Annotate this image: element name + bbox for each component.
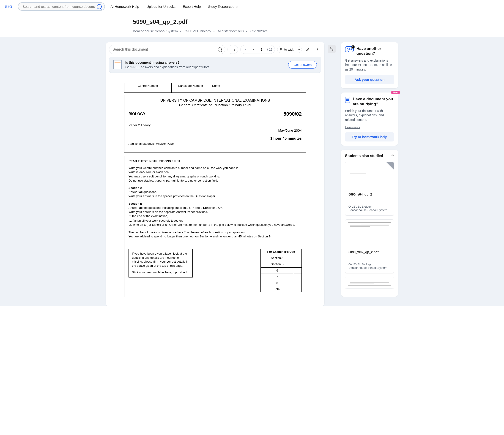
get-answers-button[interactable]: Get answers bbox=[288, 61, 317, 69]
document-search-input[interactable] bbox=[112, 47, 218, 52]
nav-upload[interactable]: Upload for Unlocks bbox=[146, 5, 175, 9]
materials: Additional Materials: Answer Paper bbox=[128, 142, 302, 145]
pencil-icon bbox=[306, 47, 310, 52]
also-studied-header[interactable]: Students also studied bbox=[345, 154, 394, 158]
fullscreen-group bbox=[227, 45, 238, 54]
name-cell: Name bbox=[210, 83, 306, 93]
expand-icon bbox=[231, 48, 234, 51]
document-title: 5090_s04_qp_2.pdf bbox=[133, 18, 371, 26]
main-layout: / 12 Fit to width Is this document missi… bbox=[0, 37, 504, 306]
banner-subtitle: Get FREE answers and explanations from o… bbox=[125, 65, 285, 69]
meta-course[interactable]: O-LEVEL Biology bbox=[184, 29, 211, 33]
nav-resources[interactable]: Study Resources bbox=[208, 5, 237, 9]
thumbnail bbox=[345, 277, 394, 289]
annotate-button[interactable] bbox=[304, 46, 312, 53]
page-total: / 12 bbox=[267, 48, 272, 51]
ai-card: New Have a document you are studying? En… bbox=[341, 92, 398, 145]
chevron-down-icon bbox=[235, 5, 238, 8]
instructions-box: READ THESE INSTRUCTIONS FIRST Write your… bbox=[124, 156, 306, 297]
more-icon bbox=[317, 48, 318, 51]
paper-code: 5090/02 bbox=[283, 111, 302, 117]
exam-info-box: UNIVERSITY OF CAMBRIDGE INTERNATIONAL EX… bbox=[124, 95, 306, 152]
learn-more-link[interactable]: Learn more bbox=[345, 125, 394, 129]
paper-line: Paper 2 Theory bbox=[128, 124, 302, 127]
examiner-use-table: For Examiner's Use Section A Section B 6… bbox=[261, 249, 302, 292]
related-doc-item[interactable]: 5090_s04_qp_2 O-LEVEL Biology Beaconhous… bbox=[345, 162, 394, 216]
document-search[interactable] bbox=[109, 45, 225, 54]
missing-answers-banner: Is this document missing answers? Get FR… bbox=[109, 57, 321, 73]
nav-expert[interactable]: Expert Help bbox=[183, 5, 201, 9]
also-studied-card: Students also studied 5090_s04_qp_2 O-LE… bbox=[341, 150, 398, 297]
exam-date: May/June 2004 bbox=[128, 128, 302, 132]
duration: 1 hour 45 minutes bbox=[128, 136, 302, 141]
document-meta: Beaconhouse School System• O-LEVEL Biolo… bbox=[133, 29, 371, 33]
university-line: UNIVERSITY OF CAMBRIDGE INTERNATIONAL EX… bbox=[128, 98, 302, 103]
chevron-down-icon bbox=[297, 48, 300, 50]
expand-panel-button[interactable] bbox=[328, 45, 336, 53]
document-page: Centre Number Candidate Number Name UNIV… bbox=[106, 76, 324, 306]
try-ai-button[interactable]: Try AI homework help bbox=[345, 132, 394, 142]
document-panel: / 12 Fit to width Is this document missi… bbox=[106, 42, 324, 306]
logo[interactable]: ero bbox=[5, 4, 12, 10]
centre-number-cell: Centre Number bbox=[124, 83, 171, 93]
header-table: Centre Number Candidate Number Name bbox=[124, 83, 306, 93]
subject: BIOLOGY bbox=[128, 112, 145, 116]
related-doc-item[interactable] bbox=[345, 277, 394, 289]
arrow-down-icon bbox=[252, 49, 254, 50]
page-current-input[interactable] bbox=[258, 48, 265, 51]
candidate-number-cell: Candidate Number bbox=[171, 83, 210, 93]
page-next-button[interactable] bbox=[251, 47, 256, 52]
sidebar: Q&A Have another question? Get answers a… bbox=[341, 42, 398, 306]
meta-date: 03/19/2024 bbox=[250, 29, 268, 33]
document-toolbar: / 12 Fit to width bbox=[106, 42, 324, 57]
ai-card-desc: Enrich your document with answers, expla… bbox=[345, 109, 394, 122]
qa-card-desc: Get answers and explanations from our Ex… bbox=[345, 58, 394, 72]
document-icon bbox=[345, 97, 350, 103]
document-icon bbox=[113, 60, 122, 69]
search-icon bbox=[218, 47, 222, 52]
check-icon bbox=[351, 45, 355, 49]
new-badge: New bbox=[391, 91, 400, 94]
zoom-group[interactable]: Fit to width bbox=[277, 46, 302, 53]
global-search[interactable] bbox=[18, 2, 105, 11]
title-area: 5090_s04_qp_2.pdf Beaconhouse School Sys… bbox=[133, 13, 371, 37]
global-search-input[interactable] bbox=[22, 5, 95, 9]
fullscreen-button[interactable] bbox=[230, 47, 235, 52]
expand-diagonal-icon bbox=[330, 47, 333, 51]
arrow-up-icon bbox=[244, 49, 247, 50]
top-header: ero AI Homework Help Upload for Unlocks … bbox=[0, 0, 504, 13]
nav-ai-homework[interactable]: AI Homework Help bbox=[110, 5, 139, 9]
banner-title: Is this document missing answers? bbox=[125, 61, 285, 64]
search-icon bbox=[97, 4, 102, 9]
meta-school[interactable]: Beaconhouse School System bbox=[133, 29, 178, 33]
nav-links: AI Homework Help Upload for Unlocks Expe… bbox=[110, 5, 237, 9]
thumbnail bbox=[345, 162, 394, 189]
qa-card: Q&A Have another question? Get answers a… bbox=[341, 42, 398, 88]
related-doc-item[interactable]: 5090_w02_qp_2.pdf O-LEVEL Biology Beacon… bbox=[345, 219, 394, 273]
ai-card-title: Have a document you are studying? bbox=[353, 97, 394, 107]
meta-uploader[interactable]: MinisterBee1640 bbox=[218, 29, 244, 33]
instructions-title: READ THESE INSTRUCTIONS FIRST bbox=[128, 159, 302, 163]
qa-card-title: Have another question? bbox=[356, 46, 394, 56]
chevron-up-icon bbox=[391, 154, 395, 157]
ask-question-button[interactable]: Ask your question bbox=[345, 75, 394, 84]
qa-icon: Q&A bbox=[345, 46, 354, 53]
gce-line: General Certificate of Education Ordinar… bbox=[128, 103, 302, 107]
page-nav-group: / 12 bbox=[240, 45, 275, 54]
page-prev-button[interactable] bbox=[243, 47, 248, 52]
thumbnail bbox=[345, 220, 394, 247]
more-button[interactable] bbox=[314, 46, 321, 53]
label-box: If you have been given a label, look at … bbox=[128, 249, 193, 277]
zoom-label: Fit to width bbox=[280, 48, 295, 51]
